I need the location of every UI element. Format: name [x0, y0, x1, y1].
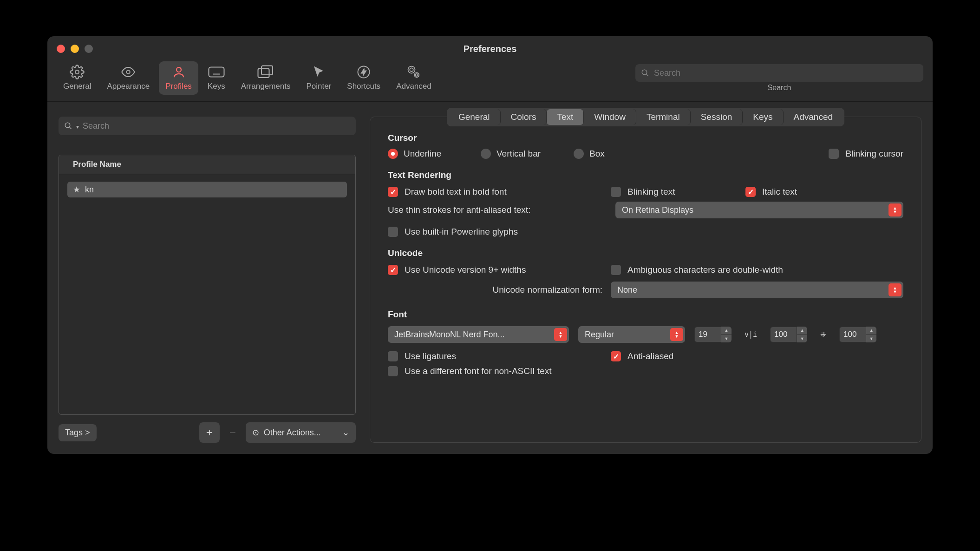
italic-text-checkbox[interactable]: ✓ Italic text: [745, 187, 903, 197]
stepper-buttons[interactable]: ▲▼: [866, 327, 876, 342]
window-body: ▾ Profile Name ★ kn Tags > + −: [47, 102, 933, 454]
search-field[interactable]: [635, 64, 923, 82]
keyboard-icon: [208, 65, 225, 79]
remove-profile-button[interactable]: −: [222, 422, 243, 443]
svg-point-2: [176, 67, 181, 72]
tab-session[interactable]: Session: [691, 109, 743, 125]
tab-terminal[interactable]: Terminal: [636, 109, 691, 125]
blinking-text-checkbox[interactable]: Blinking text: [611, 187, 745, 197]
plus-icon: +: [206, 426, 213, 439]
checkbox-icon: ✓: [388, 265, 398, 275]
different-font-checkbox[interactable]: Use a different font for non-ASCII text: [388, 366, 903, 376]
font-size-input[interactable]: [694, 327, 721, 342]
other-actions-button[interactable]: ⊙Other Actions... ⌄: [246, 422, 356, 443]
checkbox-icon: [388, 351, 398, 361]
normalization-select[interactable]: None ▲▼: [611, 282, 903, 298]
profile-list-header[interactable]: Profile Name: [59, 155, 355, 174]
cursor-icon: [310, 65, 327, 79]
v-spacing-icon: ⁜: [817, 330, 830, 339]
ligatures-checkbox[interactable]: Use ligatures: [388, 351, 611, 361]
svg-point-15: [414, 72, 419, 77]
toolbar-arrangements[interactable]: Arrangements: [235, 61, 297, 95]
zoom-window-button[interactable]: [85, 45, 93, 53]
tab-general[interactable]: General: [448, 109, 501, 125]
h-spacing-stepper[interactable]: ▲▼: [770, 327, 807, 342]
tab-keys[interactable]: Keys: [743, 109, 783, 125]
toolbar-advanced[interactable]: Advanced: [390, 61, 438, 95]
tab-advanced[interactable]: Advanced: [784, 109, 843, 125]
svg-point-13: [408, 66, 415, 73]
checkbox-icon: ✓: [388, 187, 398, 197]
unicode-section-title: Unicode: [388, 248, 903, 258]
svg-rect-3: [209, 67, 224, 77]
text-rendering-section-title: Text Rendering: [388, 170, 903, 180]
normalization-label: Unicode normalization form:: [388, 285, 611, 295]
svg-rect-10: [261, 66, 273, 75]
profile-name: kn: [85, 185, 94, 195]
v-spacing-stepper[interactable]: ▲▼: [839, 327, 876, 342]
sidebar: ▾ Profile Name ★ kn Tags > + −: [59, 117, 356, 443]
tags-button[interactable]: Tags >: [59, 424, 97, 441]
tab-text[interactable]: Text: [547, 109, 584, 125]
bold-font-checkbox[interactable]: ✓ Draw bold text in bold font: [388, 187, 611, 197]
font-weight-select[interactable]: Regular ▲▼: [578, 326, 685, 343]
search-input[interactable]: [654, 68, 918, 78]
profile-search-input[interactable]: [83, 121, 350, 131]
v-spacing-input[interactable]: [839, 327, 866, 342]
toolbar-label: General: [63, 82, 91, 91]
radio-icon: [574, 149, 584, 159]
thin-strokes-select[interactable]: On Retina Displays ▲▼: [615, 202, 903, 218]
powerline-checkbox[interactable]: Use built-in Powerline glyphs: [388, 227, 903, 237]
cursor-vertical-radio[interactable]: Vertical bar: [481, 149, 554, 159]
profile-row[interactable]: ★ kn: [67, 182, 347, 197]
h-spacing-input[interactable]: [770, 327, 797, 342]
checkbox-icon: [388, 227, 398, 237]
checkbox-icon: [611, 265, 621, 275]
blinking-cursor-checkbox[interactable]: Blinking cursor: [829, 149, 903, 159]
add-profile-button[interactable]: +: [199, 422, 220, 443]
close-window-button[interactable]: [57, 45, 65, 53]
radio-icon: [481, 149, 491, 159]
font-family-select[interactable]: JetBrainsMonoNL Nerd Fon... ▲▼: [388, 326, 569, 343]
toolbar-pointer[interactable]: Pointer: [300, 61, 338, 95]
cursor-underline-radio[interactable]: Underline: [388, 149, 461, 159]
traffic-lights: [57, 45, 93, 53]
svg-point-18: [65, 123, 70, 128]
unicode-v9-checkbox[interactable]: ✓ Use Unicode version 9+ widths: [388, 265, 611, 275]
gear-icon: [69, 65, 85, 79]
search-icon: [64, 122, 72, 130]
toolbar-label: Profiles: [165, 82, 192, 91]
svg-point-0: [75, 70, 79, 74]
minimize-window-button[interactable]: [71, 45, 79, 53]
profile-header-label: Profile Name: [73, 160, 121, 169]
toolbar-shortcuts[interactable]: Shortcuts: [340, 61, 387, 95]
cursor-box-radio[interactable]: Box: [574, 149, 647, 159]
chevron-down-icon: ⌄: [342, 427, 349, 438]
select-arrows-icon: ▲▼: [670, 328, 683, 341]
toolbar-general[interactable]: General: [57, 61, 98, 95]
svg-point-14: [416, 74, 418, 76]
toolbar-appearance[interactable]: Appearance: [100, 61, 156, 95]
profile-list: ★ kn: [59, 174, 355, 414]
checkbox-icon: [611, 187, 621, 197]
stepper-buttons[interactable]: ▲▼: [797, 327, 807, 342]
search-icon: [641, 69, 649, 77]
svg-point-16: [642, 70, 647, 75]
tab-colors[interactable]: Colors: [501, 109, 547, 125]
window-title: Preferences: [464, 44, 517, 54]
svg-rect-9: [258, 69, 269, 78]
toolbar-label: Keys: [208, 82, 225, 91]
toolbar-label: Shortcuts: [347, 82, 380, 91]
profile-tabs: General Colors Text Window Terminal Sess…: [447, 108, 844, 126]
font-size-stepper[interactable]: ▲▼: [694, 327, 732, 342]
profile-search[interactable]: ▾: [59, 117, 356, 135]
antialiased-checkbox[interactable]: ✓ Anti-aliased: [611, 351, 903, 361]
ambiguous-width-checkbox[interactable]: Ambiguous characters are double-width: [611, 265, 903, 275]
thin-strokes-label: Use thin strokes for anti-aliased text:: [388, 205, 611, 215]
chevron-down-icon: ▾: [76, 124, 79, 130]
stepper-buttons[interactable]: ▲▼: [721, 327, 732, 342]
toolbar-profiles[interactable]: Profiles: [159, 61, 198, 95]
toolbar-keys[interactable]: Keys: [201, 61, 232, 95]
tab-window[interactable]: Window: [584, 109, 636, 125]
select-arrows-icon: ▲▼: [554, 328, 567, 341]
